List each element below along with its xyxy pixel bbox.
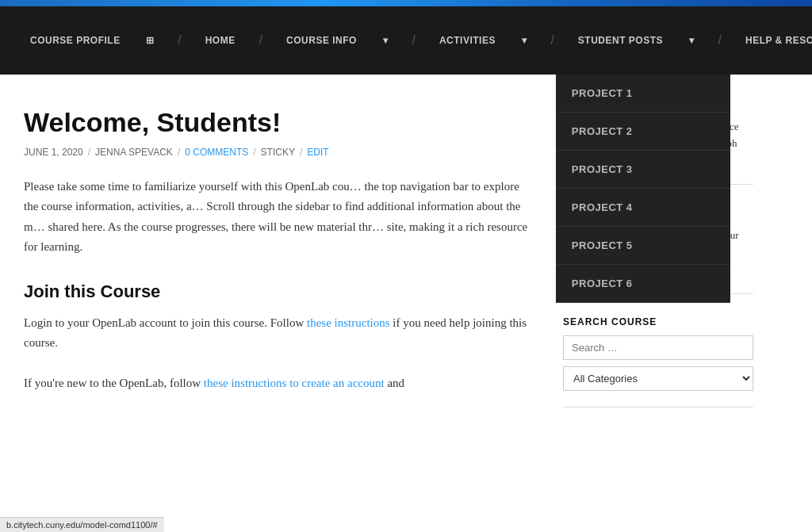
nav-link-course-info[interactable]: COURSE INFO ▾ bbox=[264, 6, 410, 75]
main-nav: COURSE PROFILE ⊞ / HOME / COURSE INFO ▾ … bbox=[0, 6, 812, 75]
main-content: Welcome, Students! JUNE 1, 2020 / JENNA … bbox=[0, 75, 555, 454]
meta-sep-1: / bbox=[88, 147, 90, 158]
dropdown-project-5[interactable]: PROJECT 5 bbox=[556, 227, 730, 265]
meta-sep-4: / bbox=[300, 147, 302, 158]
join-paragraph-1: Login to your OpenLab account to join th… bbox=[24, 313, 531, 354]
these-instructions-link[interactable]: these instructions bbox=[307, 316, 390, 329]
nav-sep-4: / bbox=[549, 6, 555, 75]
categories-select[interactable]: All Categories bbox=[563, 366, 753, 391]
nav-link-home[interactable]: HOME bbox=[183, 6, 258, 75]
post-body-join: Login to your OpenLab account to join th… bbox=[24, 313, 531, 394]
home-label: HOME bbox=[194, 21, 247, 60]
create-account-link[interactable]: these instructions to create an account bbox=[204, 377, 385, 389]
dropdown-project-1[interactable]: PROJECT 1 bbox=[556, 75, 730, 113]
post-body-1: Please take some time to familiarize you… bbox=[24, 177, 531, 258]
dropdown-project-2[interactable]: PROJECT 2 bbox=[556, 113, 730, 151]
post-date: JUNE 1, 2020 bbox=[24, 147, 83, 158]
student-posts-label: STUDENT POSTS bbox=[567, 21, 674, 60]
course-info-label: COURSE INFO bbox=[275, 21, 368, 60]
course-info-arrow: ▾ bbox=[372, 21, 400, 60]
post-paragraph-1: Please take some time to familiarize you… bbox=[24, 177, 531, 258]
join-paragraph-2: If you're new to the OpenLab, follow the… bbox=[24, 373, 531, 394]
join-section-title: Join this Course bbox=[24, 281, 531, 302]
nav-items: COURSE PROFILE ⊞ / HOME / COURSE INFO ▾ … bbox=[0, 6, 812, 75]
post-author: JENNA SPEVACK bbox=[95, 147, 173, 158]
post-title: Welcome, Students! bbox=[24, 106, 531, 139]
nav-link-student-posts[interactable]: STUDENT POSTS ▾ bbox=[556, 6, 717, 75]
meta-sep-2: / bbox=[178, 147, 180, 158]
nav-sep-1: / bbox=[176, 6, 182, 75]
post-comments[interactable]: 0 COMMENTS bbox=[185, 147, 248, 158]
nav-item-student-posts[interactable]: STUDENT POSTS ▾ PROJECT 1 PROJECT 2 PROJ… bbox=[556, 6, 717, 75]
join-text-3: If you're new to the OpenLab, follow bbox=[24, 377, 204, 389]
nav-item-course-info[interactable]: COURSE INFO ▾ bbox=[264, 6, 410, 75]
nav-item-activities[interactable]: ACTIVITIES ▾ bbox=[417, 6, 550, 75]
nav-sep-2: / bbox=[258, 6, 264, 75]
activities-label: ACTIVITIES bbox=[428, 21, 507, 60]
dropdown-project-3[interactable]: PROJECT 3 bbox=[556, 151, 730, 189]
post-edit[interactable]: EDIT bbox=[307, 147, 328, 158]
nav-sep-5: / bbox=[717, 6, 723, 75]
search-input[interactable] bbox=[563, 335, 753, 360]
nav-item-course-profile[interactable]: COURSE PROFILE ⊞ bbox=[8, 6, 176, 75]
help-label: HELP & RESOURCES bbox=[734, 21, 812, 60]
student-posts-dropdown: PROJECT 1 PROJECT 2 PROJECT 3 PROJECT 4 … bbox=[556, 75, 730, 303]
top-gradient-bar bbox=[0, 0, 812, 6]
student-posts-arrow: ▾ bbox=[678, 21, 706, 60]
search-title: SEARCH COURSE bbox=[563, 316, 753, 327]
activities-arrow: ▾ bbox=[511, 21, 538, 60]
nav-link-activities[interactable]: ACTIVITIES ▾ bbox=[417, 6, 550, 75]
join-text-4: and bbox=[385, 377, 404, 389]
dropdown-project-4[interactable]: PROJECT 4 bbox=[556, 189, 730, 227]
nav-sep-3: / bbox=[410, 6, 416, 75]
sidebar-search-section: SEARCH COURSE All Categories bbox=[563, 316, 753, 408]
post-meta: JUNE 1, 2020 / JENNA SPEVACK / 0 COMMENT… bbox=[24, 147, 531, 158]
post-sticky: STICKY bbox=[261, 147, 295, 158]
dropdown-project-6[interactable]: PROJECT 6 bbox=[556, 265, 730, 303]
meta-sep-3: / bbox=[253, 147, 255, 158]
nav-item-home[interactable]: HOME bbox=[183, 6, 258, 75]
join-text-1: Login to your OpenLab account to join th… bbox=[24, 316, 307, 329]
grid-icon: ⊞ bbox=[135, 21, 166, 60]
course-profile-label: COURSE PROFILE bbox=[19, 21, 132, 60]
nav-link-help[interactable]: HELP & RESOURCES ▾ bbox=[723, 6, 812, 75]
nav-link-course-profile[interactable]: COURSE PROFILE ⊞ bbox=[8, 6, 176, 75]
nav-item-help[interactable]: HELP & RESOURCES ▾ bbox=[723, 6, 812, 75]
